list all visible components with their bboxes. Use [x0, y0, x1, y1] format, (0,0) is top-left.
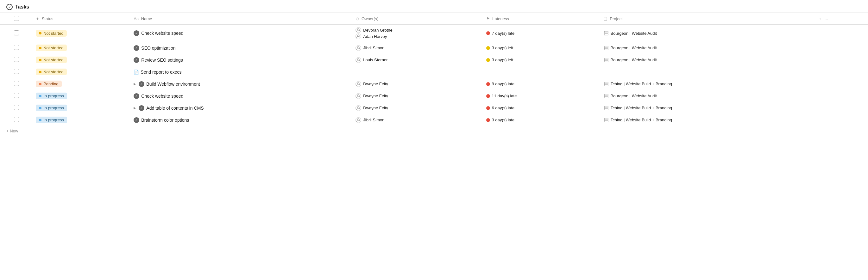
tasks-table: ✦ Status Aa Name ⊙ Owner(s) ⚑ Lateness ❑ [0, 13, 868, 126]
lateness-content: 3 day(s) left [486, 45, 597, 50]
svg-rect-5 [604, 46, 608, 48]
row-checkbox[interactable] [14, 57, 19, 62]
row-checkbox[interactable] [14, 93, 19, 98]
row-checkbox[interactable] [14, 45, 19, 50]
avatar [355, 34, 361, 39]
page-title: Tasks [15, 4, 29, 10]
expand-arrow-icon[interactable]: ▶ [133, 82, 136, 85]
lateness-content: 7 day(s) late [486, 31, 597, 36]
row-project-cell [600, 66, 816, 78]
owner-item: Dwayne Felty [355, 105, 479, 111]
owner-item: Jibril Simon [355, 117, 479, 123]
add-new-row[interactable]: + New [0, 126, 868, 136]
status-badge[interactable]: In progress [36, 93, 67, 99]
lateness-label: 3 day(s) late [492, 117, 515, 122]
project-icon [604, 58, 609, 63]
svg-rect-18 [604, 108, 608, 110]
row-owner-cell: Jibril Simon [352, 114, 483, 126]
task-name-label[interactable]: Build Webflow environment [146, 81, 200, 86]
status-badge[interactable]: Not started [36, 69, 67, 75]
row-lateness-cell: 6 day(s) late [483, 102, 600, 114]
task-check-icon: ✓ [133, 117, 139, 123]
task-name-label[interactable]: SEO optimization [141, 45, 175, 50]
row-project-cell: Bourgeon | Website Audit [600, 90, 816, 102]
row-checkbox-cell [0, 114, 33, 126]
add-column-icon[interactable]: + [819, 16, 822, 21]
row-name-cell: 📄 Send report to execs [130, 66, 352, 78]
row-checkbox-cell [0, 90, 33, 102]
row-checkbox-cell [0, 25, 33, 42]
project-content: Tching | Website Build + Branding [604, 81, 813, 86]
row-checkbox[interactable] [14, 117, 19, 122]
row-name-cell: ✓ SEO optimization [130, 42, 352, 54]
table-row: In progress ✓ Check website speed Dwayne… [0, 90, 868, 102]
row-checkbox[interactable] [14, 81, 19, 86]
task-name-label[interactable]: Brainstorm color options [141, 117, 189, 123]
row-project-cell: Tching | Website Build + Branding [600, 114, 816, 126]
row-status-cell: Pending [33, 78, 130, 90]
th-status: ✦ Status [33, 13, 130, 25]
row-checkbox-cell [0, 42, 33, 54]
status-badge[interactable]: Not started [36, 57, 67, 63]
owner-name: Dwayne Felty [363, 81, 388, 86]
owner-item: Jibril Simon [355, 45, 479, 51]
lateness-dot [486, 94, 490, 98]
task-name-label[interactable]: Add table of contents in CMS [146, 106, 204, 111]
row-checkbox[interactable] [14, 105, 19, 110]
status-dot [39, 95, 41, 97]
row-checkbox[interactable] [14, 30, 19, 35]
status-dot [39, 47, 41, 49]
row-status-cell: In progress [33, 90, 130, 102]
owner-name: Dwayne Felty [363, 94, 388, 98]
status-dot [39, 107, 41, 109]
task-name-label[interactable]: Review SEO settings [141, 58, 183, 63]
svg-rect-15 [604, 96, 608, 98]
project-name: Bourgeon | Website Audit [611, 31, 657, 36]
page-header: ✓ Tasks [0, 0, 868, 13]
row-status-cell: In progress [33, 114, 130, 126]
table-row: Not started ✓ Check website speed Devora… [0, 25, 868, 42]
project-content: Bourgeon | Website Audit [604, 45, 813, 50]
expand-arrow-icon[interactable]: ▶ [133, 106, 136, 110]
row-lateness-cell: 3 day(s) left [483, 54, 600, 66]
status-label: Pending [43, 81, 59, 86]
svg-rect-20 [604, 118, 608, 120]
svg-rect-3 [604, 34, 608, 35]
status-dot [39, 119, 41, 121]
row-status-cell: Not started [33, 42, 130, 54]
owner-list: Jibril Simon [355, 117, 479, 123]
row-checkbox[interactable] [14, 69, 19, 74]
project-content: Bourgeon | Website Audit [604, 58, 813, 63]
avatar [355, 45, 361, 51]
row-owner-cell: Dwayne Felty [352, 102, 483, 114]
task-name-label[interactable]: Check website speed [141, 94, 183, 99]
more-options-icon[interactable]: ··· [825, 16, 828, 21]
status-badge[interactable]: Not started [36, 30, 67, 37]
project-name: Tching | Website Build + Branding [611, 117, 672, 122]
status-badge[interactable]: In progress [36, 105, 67, 111]
task-name-label[interactable]: Check website speed [141, 31, 183, 36]
aa-icon: Aa [133, 16, 138, 21]
task-name-content: ▶ ✓ Build Webflow environment [133, 81, 349, 87]
status-badge[interactable]: In progress [36, 117, 67, 123]
owner-list: Dwayne Felty [355, 93, 479, 99]
row-project-cell: Bourgeon | Website Audit [600, 42, 816, 54]
owner-item: Dwayne Felty [355, 93, 479, 99]
row-status-cell: Not started [33, 25, 130, 42]
project-name: Bourgeon | Website Audit [611, 45, 657, 50]
lateness-dot [486, 106, 490, 110]
status-label: Not started [43, 45, 64, 50]
status-label: Not started [43, 31, 64, 36]
status-badge[interactable]: Pending [36, 80, 62, 87]
project-icon [604, 31, 609, 36]
row-project-cell: Tching | Website Build + Branding [600, 78, 816, 90]
table-row: Not started ✓ SEO optimization Jibril Si… [0, 42, 868, 54]
project-name: Tching | Website Build + Branding [611, 106, 672, 110]
svg-rect-11 [604, 82, 608, 84]
task-check-icon: ✓ [133, 57, 139, 63]
row-owner-cell: Dwayne Felty [352, 78, 483, 90]
row-lateness-cell: 7 day(s) late [483, 25, 600, 42]
lateness-content: 11 day(s) late [486, 94, 597, 98]
task-name-label[interactable]: Send report to execs [141, 70, 181, 75]
status-badge[interactable]: Not started [36, 44, 67, 51]
